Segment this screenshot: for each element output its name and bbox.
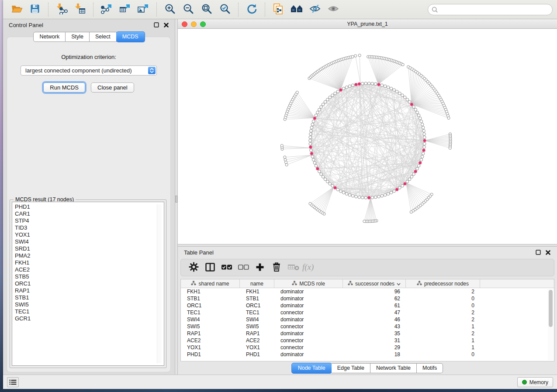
table-cell[interactable]: 0 [406,351,480,358]
mcds-result-item[interactable]: GCR1 [15,315,164,322]
table-row[interactable]: TEC1TEC1connector472 [181,309,554,316]
mcds-result-item[interactable]: TID3 [15,224,164,231]
float-table-panel-icon[interactable] [535,250,541,255]
tab-style[interactable]: Style [66,32,90,42]
table-cell[interactable]: connector [274,337,343,344]
table-cell[interactable]: 96 [343,289,406,295]
new-network-from-selection-button[interactable] [269,2,287,17]
column-header-shared-name[interactable]: shared name [181,279,240,288]
save-session-button[interactable] [26,2,44,17]
import-table-button[interactable] [71,2,89,17]
first-neighbors-button[interactable] [287,2,306,17]
mcds-result-item[interactable]: SWI4 [15,238,164,245]
mcds-result-item[interactable]: PHD1 [15,203,164,210]
hide-selected-button[interactable] [306,2,324,17]
table-cell[interactable]: 43 [343,323,406,330]
table-cell[interactable]: RAP1 [181,330,240,337]
mcds-result-item[interactable]: STB5 [15,273,164,280]
table-cell[interactable]: 62 [343,296,406,302]
show-all-button[interactable] [324,2,343,17]
table-cell[interactable]: SWI4 [181,316,240,323]
table-cell[interactable]: 35 [343,330,406,337]
table-row[interactable]: RAP1RAP1dominator352 [181,330,554,337]
memory-button[interactable]: Memory [517,377,553,387]
tab-mcds[interactable]: MCDS [116,31,145,42]
zoom-fit-button[interactable] [197,2,216,17]
table-scrollbar-thumb[interactable] [549,290,553,327]
table-cell[interactable]: 31 [343,337,406,344]
mcds-result-item[interactable]: RAP1 [15,287,164,294]
table-row[interactable]: PHD1PHD1dominator180 [181,351,554,358]
search-input[interactable] [428,4,553,15]
add-column-button[interactable] [252,261,268,275]
table-cell[interactable]: 1 [406,344,480,351]
import-network-button[interactable] [52,2,71,17]
close-window-icon[interactable] [182,21,187,27]
mcds-list-scrollbar[interactable] [157,204,162,363]
table-cell[interactable]: 2 [406,316,480,323]
mcds-result-list[interactable]: PHD1CAR1STP4TID3YOX1SWI4SRD1PMA2FKH1ACE2… [12,202,164,366]
mcds-result-item[interactable]: SRD1 [15,245,164,252]
close-panel-icon[interactable] [163,22,169,28]
mcds-result-item[interactable]: ACE2 [15,266,164,273]
table-cell[interactable]: FKH1 [240,289,274,295]
tab-edge-table[interactable]: Edge Table [332,363,370,373]
table-cell[interactable]: 2 [406,309,480,316]
mcds-result-item[interactable]: STP4 [15,217,164,224]
mcds-result-item[interactable]: YOX1 [15,231,164,238]
table-cell[interactable]: ACE2 [181,337,240,344]
export-network-button[interactable] [97,2,116,17]
table-cell[interactable]: SWI5 [181,323,240,330]
optimization-criterion-select[interactable]: largest connected component (undirected) [21,65,157,76]
table-row[interactable]: SWI4SWI4dominator462 [181,316,554,323]
mcds-result-item[interactable]: PMA2 [15,252,164,259]
table-cell[interactable]: 0 [406,296,480,302]
table-settings-button[interactable] [185,261,202,275]
column-header-name[interactable]: name [240,279,274,288]
table-cell[interactable]: TEC1 [181,309,240,316]
mcds-result-item[interactable]: SWI5 [15,301,164,308]
splitter-handle[interactable] [175,196,177,203]
mcds-result-item[interactable]: FKH1 [15,259,164,266]
export-image-button[interactable] [134,2,152,17]
table-cell[interactable]: dominator [274,289,343,295]
tab-network-table[interactable]: Network Table [370,363,417,373]
close-table-panel-icon[interactable] [545,250,551,255]
open-session-button[interactable] [7,2,26,17]
table-cell[interactable]: 47 [343,309,406,316]
network-window-titlebar[interactable]: YPA_prune.txt_1 [178,19,557,29]
tab-motifs[interactable]: Motifs [417,363,443,373]
table-cell[interactable]: SWI5 [240,323,274,330]
table-row[interactable]: STB1STB1dominator620 [181,295,554,302]
table-cell[interactable]: 29 [343,344,406,351]
zoom-in-button[interactable] [161,2,179,17]
table-cell[interactable]: connector [274,309,343,316]
minimize-window-icon[interactable] [191,21,197,27]
table-cell[interactable]: 18 [343,351,406,358]
tab-network[interactable]: Network [33,32,66,42]
table-cell[interactable]: RAP1 [240,330,274,337]
table-cell[interactable]: connector [274,344,343,351]
select-all-rows-button[interactable] [218,261,235,275]
table-cell[interactable]: ACE2 [240,337,274,344]
column-header-predecessor-nodes[interactable]: predecessor nodes [406,279,480,288]
maximize-window-icon[interactable] [200,21,206,27]
table-row[interactable]: SWI5SWI5connector431 [181,323,554,330]
table-cell[interactable]: dominator [274,316,343,323]
table-row[interactable]: ACE2ACE2connector311 [181,337,554,344]
table-cell[interactable]: dominator [274,330,343,337]
table-row[interactable]: ORC1ORC1dominator610 [181,302,554,309]
tab-node-table[interactable]: Node Table [291,363,332,374]
task-history-button[interactable] [7,377,19,387]
table-cell[interactable]: SWI4 [240,316,274,323]
table-cell[interactable]: dominator [274,296,343,302]
table-cell[interactable]: 61 [343,303,406,309]
table-row[interactable]: YOX1YOX1connector291 [181,344,554,351]
mcds-result-item[interactable]: TEC1 [15,308,164,315]
column-visibility-button[interactable] [202,261,218,275]
run-mcds-button[interactable]: Run MCDS [43,83,85,93]
table-cell[interactable]: 2 [406,289,480,295]
close-panel-button[interactable]: Close panel [91,83,134,93]
tab-select[interactable]: Select [90,32,117,42]
table-cell[interactable]: ORC1 [240,303,274,309]
